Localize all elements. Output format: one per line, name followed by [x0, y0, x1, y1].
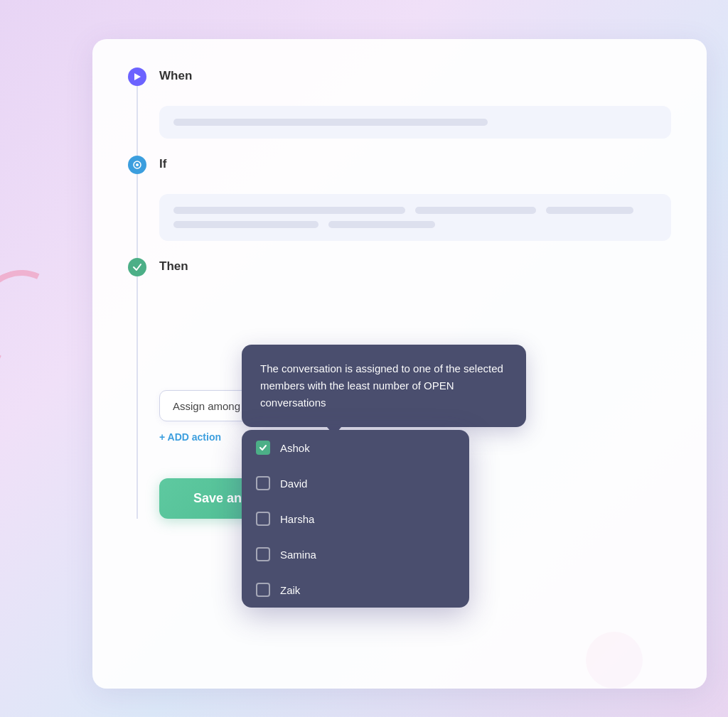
checkbox-david[interactable]	[256, 476, 270, 490]
if-label: If	[159, 156, 166, 171]
when-icon	[128, 68, 146, 86]
checkbox-samina[interactable]	[256, 547, 270, 561]
tooltip-text: The conversation is assigned to one of t…	[260, 362, 503, 409]
tooltip-box: The conversation is assigned to one of t…	[242, 345, 526, 427]
timeline: When If	[128, 68, 671, 519]
then-label: Then	[159, 258, 188, 274]
if-icon	[128, 156, 146, 174]
when-content-block	[159, 106, 671, 139]
dropdown-item-samina[interactable]: Samina	[242, 537, 469, 572]
main-card: When If	[92, 39, 707, 689]
if-skeleton-row-2	[173, 221, 657, 228]
sk5	[328, 221, 435, 228]
step-if: If	[128, 156, 671, 174]
skeleton-bar-when	[173, 119, 488, 126]
dropdown-item-zaik[interactable]: Zaik	[242, 572, 469, 608]
agent-dropdown-menu: Ashok David Harsha Samina	[242, 430, 469, 608]
dropdown-item-david[interactable]: David	[242, 465, 469, 501]
sk3	[546, 207, 633, 214]
assign-among-label: Assign among	[173, 400, 240, 412]
checkbox-harsha[interactable]	[256, 512, 270, 526]
agent-name-harsha: Harsha	[280, 513, 314, 525]
when-label: When	[159, 68, 192, 83]
agent-name-zaik: Zaik	[280, 584, 300, 596]
agent-name-ashok: Ashok	[280, 442, 310, 454]
step-when: When	[128, 68, 671, 86]
if-skeleton-row-1	[173, 207, 657, 214]
svg-marker-0	[134, 73, 141, 80]
agent-name-samina: Samina	[280, 549, 316, 561]
if-content-block	[159, 194, 671, 241]
step-then: Then	[128, 258, 671, 276]
add-action-label: + ADD action	[159, 431, 221, 443]
agent-name-david: David	[280, 478, 307, 490]
dropdown-item-harsha[interactable]: Harsha	[242, 501, 469, 537]
dropdown-item-ashok[interactable]: Ashok	[242, 430, 469, 465]
svg-point-2	[136, 163, 139, 166]
sk4	[173, 221, 318, 228]
checkbox-ashok[interactable]	[256, 441, 270, 455]
timeline-line	[136, 83, 138, 519]
checkbox-zaik[interactable]	[256, 583, 270, 597]
sk2	[415, 207, 536, 214]
sk1	[173, 207, 405, 214]
decorative-blob-left	[0, 258, 76, 367]
then-icon	[128, 258, 146, 276]
